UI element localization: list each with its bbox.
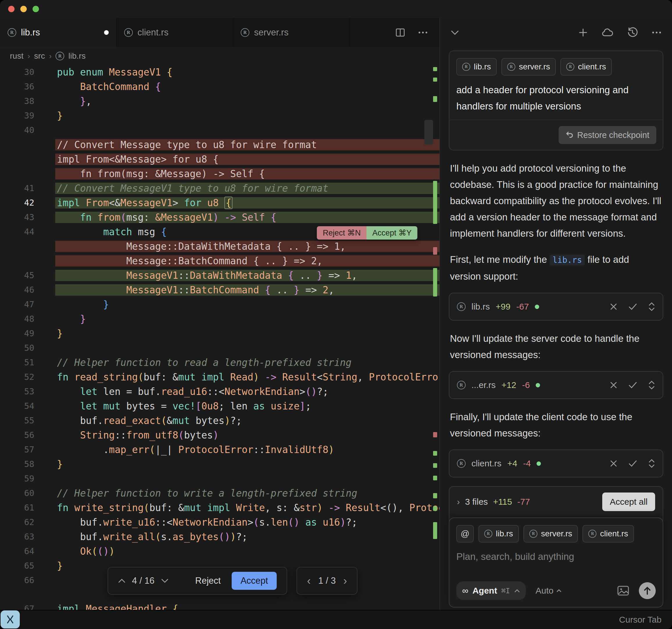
breadcrumb-item-rust[interactable]: rust	[10, 51, 24, 61]
chat-input-placeholder[interactable]: Plan, search, build anything	[456, 551, 656, 562]
restore-checkpoint-button[interactable]: Restore checkpoint	[559, 126, 656, 144]
code-text[interactable]: .map_err(|_| ProtocolError::InvalidUtf8)	[55, 444, 439, 455]
code-editor[interactable]: 30pub enum MessageV1 {36 BatchCommand {3…	[0, 65, 439, 610]
code-text[interactable]: // Convert Message type to u8 for wire f…	[55, 139, 439, 150]
context-pill-server-rs[interactable]: R server.rs	[501, 58, 556, 76]
diff-removed-mark	[433, 247, 437, 255]
accept-file-icon[interactable]	[628, 460, 637, 467]
code-text[interactable]: pub enum MessageV1 {	[55, 67, 439, 78]
expand-file-icon[interactable]	[648, 380, 655, 390]
breadcrumb-item-src[interactable]: src	[34, 51, 45, 61]
split-editor-icon[interactable]	[395, 28, 405, 37]
code-text[interactable]: let len = buf.read_u16::<NetworkEndian>(…	[55, 386, 439, 397]
expand-file-icon[interactable]	[648, 302, 655, 311]
agent-mode-selector[interactable]: ∞ Agent ⌘I	[456, 581, 526, 600]
code-text[interactable]: impl From<&Message> for u8 {	[55, 154, 439, 165]
code-line-57: 57 .map_err(|_| ProtocolError::InvalidUt…	[0, 442, 439, 457]
history-icon[interactable]	[627, 27, 638, 38]
file-diff-card-server-rs[interactable]: R ...er.rs +12 -6	[449, 371, 663, 399]
code-text[interactable]: // Convert MessageV1 type to u8 for wire…	[55, 183, 439, 194]
input-pill-server-rs[interactable]: R server.rs	[524, 525, 578, 543]
prev-file-icon[interactable]: ‹	[307, 575, 311, 587]
code-text[interactable]: }	[55, 313, 439, 325]
code-text[interactable]: BatchCommand {	[55, 81, 439, 92]
expand-summary-icon[interactable]: ›	[457, 497, 460, 507]
code-text[interactable]: fn write_string(buf: &mut impl Write, s:…	[55, 502, 439, 513]
code-text[interactable]: fn read_string(buf: &mut impl Read) -> R…	[55, 371, 439, 383]
total-removed: -77	[518, 497, 530, 507]
code-text[interactable]: buf.write_u16::<NetworkEndian>(s.len() a…	[55, 517, 439, 528]
more-actions-icon[interactable]	[418, 31, 428, 34]
inline-accept-button[interactable]: Accept ⌘Y	[366, 226, 417, 240]
accept-file-icon[interactable]	[628, 303, 637, 310]
mention-button[interactable]: @	[456, 525, 474, 543]
code-text[interactable]: Message::BatchCommand { .. } => 2,	[55, 255, 439, 267]
code-text[interactable]: String::from_utf8(bytes)	[55, 429, 439, 441]
panel-toggle-badge[interactable]	[1, 610, 20, 628]
prev-diff-icon[interactable]	[118, 578, 125, 583]
code-text[interactable]: fn from(msg: &Message) -> Self {	[55, 168, 439, 179]
new-chat-icon[interactable]	[578, 28, 588, 37]
code-text[interactable]: MessageV1::DataWithMetadata { .. } => 1,	[55, 270, 439, 281]
code-text[interactable]: Ok(())	[55, 546, 439, 557]
accept-button[interactable]: Accept	[232, 572, 277, 590]
line-number: 57	[0, 445, 55, 454]
code-text[interactable]: }	[55, 328, 439, 339]
attach-image-icon[interactable]	[617, 586, 629, 596]
code-text[interactable]: buf.write_all(s.as_bytes())?;	[55, 531, 439, 543]
code-text[interactable]: MessageV1::BatchCommand { .. } => 2,	[55, 284, 439, 296]
accept-file-icon[interactable]	[628, 381, 637, 389]
breadcrumb-item-file[interactable]: lib.rs	[68, 51, 86, 61]
file-diff-card-lib-rs[interactable]: R lib.rs +99 -67	[449, 293, 663, 321]
code-text[interactable]: // Helper function to write a length-pre…	[55, 487, 439, 499]
reject-file-icon[interactable]	[610, 460, 617, 467]
code-line-51: 51// Helper function to read a length-pr…	[0, 355, 439, 370]
context-pill-client-rs[interactable]: R client.rs	[560, 58, 611, 76]
context-pill-lib-rs[interactable]: R lib.rs	[456, 58, 497, 76]
rust-file-icon: R	[588, 530, 596, 538]
input-pill-client-rs[interactable]: R client.rs	[582, 525, 633, 543]
code-text[interactable]: buf.read_exact(&mut bytes)?;	[55, 415, 439, 426]
chat-input-box[interactable]: @ R lib.rs R server.rs R client.rs	[449, 518, 663, 607]
send-button[interactable]	[639, 582, 656, 599]
reject-file-icon[interactable]	[610, 303, 617, 310]
code-text[interactable]: fn from(msg: &MessageV1) -> Self {	[55, 212, 439, 223]
zoom-window-button[interactable]	[32, 6, 39, 12]
code-text[interactable]: }	[55, 299, 439, 310]
tab-client-rs[interactable]: R client.rs	[117, 18, 233, 47]
code-text[interactable]: impl MessageHandler {	[55, 603, 439, 610]
input-pill-lib-rs[interactable]: R lib.rs	[478, 525, 519, 543]
total-added: +115	[493, 497, 512, 507]
code-text[interactable]: },	[55, 96, 439, 107]
breadcrumb: rust › src › R lib.rs	[0, 47, 439, 65]
collapse-chat-icon[interactable]	[451, 30, 459, 35]
reject-button[interactable]: Reject	[195, 576, 221, 586]
code-text[interactable]: Message::DataWithMetadata { .. } => 1,	[55, 241, 439, 252]
model-selector[interactable]: Auto	[536, 586, 562, 596]
modified-dot-icon[interactable]	[104, 30, 109, 35]
cloud-icon[interactable]	[602, 28, 613, 37]
line-number: 46	[0, 285, 55, 295]
reject-file-icon[interactable]	[610, 381, 617, 389]
code-text[interactable]: impl From<&MessageV1> for u8 {	[55, 197, 439, 208]
accept-all-button[interactable]: Accept all	[602, 493, 655, 511]
code-text[interactable]: // Helper function to read a length-pref…	[55, 357, 439, 368]
code-text[interactable]: }	[55, 110, 439, 121]
file-diff-card-client-rs[interactable]: R client.rs +4 -4	[449, 450, 663, 477]
code-text[interactable]: }	[55, 458, 439, 470]
code-line-61: 61fn write_string(buf: &mut impl Write, …	[0, 500, 439, 515]
expand-file-icon[interactable]	[648, 459, 655, 468]
rust-file-icon: R	[457, 302, 465, 311]
next-diff-icon[interactable]	[161, 578, 169, 583]
chat-more-icon[interactable]	[652, 31, 662, 34]
tab-server-rs[interactable]: R server.rs	[233, 18, 350, 47]
code-text[interactable]: let mut bytes = vec![0u8; len as usize];	[55, 400, 439, 412]
tab-lib-rs[interactable]: R lib.rs	[0, 18, 117, 47]
scrollbar-thumb[interactable]	[424, 120, 433, 145]
close-window-button[interactable]	[8, 6, 15, 12]
inline-reject-button[interactable]: Reject ⌘N	[317, 226, 366, 240]
minimize-window-button[interactable]	[20, 6, 27, 12]
line-number: 60	[0, 488, 55, 498]
next-file-icon[interactable]: ›	[343, 575, 347, 587]
code-line-30: 30pub enum MessageV1 {	[0, 65, 439, 79]
